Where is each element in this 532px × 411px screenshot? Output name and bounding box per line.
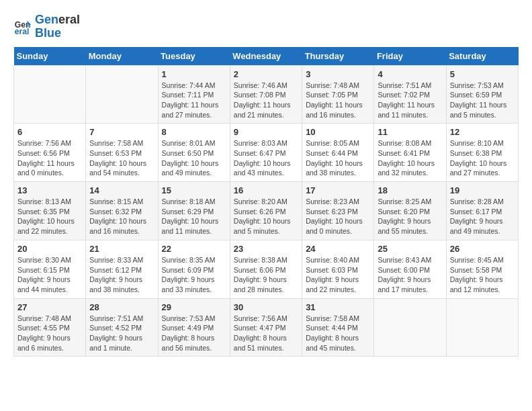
day-info: Sunrise: 7:46 AMSunset: 7:08 PMDaylight:… bbox=[234, 81, 298, 120]
weekday-header-tuesday: Tuesday bbox=[158, 47, 230, 66]
day-number: 4 bbox=[378, 69, 442, 79]
calendar-week-row: 6Sunrise: 7:56 AMSunset: 6:56 PMDaylight… bbox=[14, 124, 519, 182]
day-info: Sunrise: 7:51 AMSunset: 4:52 PMDaylight:… bbox=[89, 314, 154, 353]
day-number: 15 bbox=[162, 185, 226, 195]
calendar-cell: 4Sunrise: 7:51 AMSunset: 7:02 PMDaylight… bbox=[374, 65, 446, 124]
day-number: 31 bbox=[306, 302, 370, 312]
calendar-cell: 3Sunrise: 7:48 AMSunset: 7:05 PMDaylight… bbox=[302, 65, 374, 124]
day-info: Sunrise: 8:28 AMSunset: 6:17 PMDaylight:… bbox=[450, 197, 515, 236]
day-info: Sunrise: 8:03 AMSunset: 6:47 PMDaylight:… bbox=[234, 138, 298, 178]
day-number: 7 bbox=[89, 127, 154, 137]
day-number: 28 bbox=[89, 302, 154, 312]
day-number: 23 bbox=[234, 244, 298, 254]
day-info: Sunrise: 7:56 AMSunset: 4:47 PMDaylight:… bbox=[234, 314, 298, 353]
day-number: 25 bbox=[378, 244, 442, 254]
calendar-cell: 22Sunrise: 8:35 AMSunset: 6:09 PMDayligh… bbox=[158, 240, 230, 298]
calendar-week-row: 13Sunrise: 8:13 AMSunset: 6:35 PMDayligh… bbox=[14, 182, 519, 240]
day-number: 21 bbox=[89, 244, 154, 254]
day-info: Sunrise: 8:25 AMSunset: 6:20 PMDaylight:… bbox=[378, 197, 442, 236]
day-number: 6 bbox=[17, 127, 82, 137]
calendar-cell: 9Sunrise: 8:03 AMSunset: 6:47 PMDaylight… bbox=[230, 124, 302, 182]
day-info: Sunrise: 7:51 AMSunset: 7:02 PMDaylight:… bbox=[378, 81, 442, 120]
day-number: 17 bbox=[306, 185, 370, 195]
day-info: Sunrise: 8:35 AMSunset: 6:09 PMDaylight:… bbox=[162, 255, 226, 295]
calendar-cell: 28Sunrise: 7:51 AMSunset: 4:52 PMDayligh… bbox=[86, 298, 158, 357]
logo-icon: Gen eral bbox=[13, 17, 32, 36]
day-info: Sunrise: 8:38 AMSunset: 6:06 PMDaylight:… bbox=[234, 255, 298, 295]
calendar-cell: 8Sunrise: 8:01 AMSunset: 6:50 PMDaylight… bbox=[158, 124, 230, 182]
day-info: Sunrise: 8:23 AMSunset: 6:23 PMDaylight:… bbox=[306, 197, 370, 236]
day-info: Sunrise: 7:58 AMSunset: 4:44 PMDaylight:… bbox=[306, 314, 370, 353]
day-info: Sunrise: 8:15 AMSunset: 6:32 PMDaylight:… bbox=[89, 197, 154, 236]
day-info: Sunrise: 7:56 AMSunset: 6:56 PMDaylight:… bbox=[17, 138, 82, 178]
day-number: 3 bbox=[306, 69, 370, 79]
day-number: 8 bbox=[162, 127, 226, 137]
weekday-header-thursday: Thursday bbox=[302, 47, 374, 66]
day-number: 27 bbox=[17, 302, 82, 312]
calendar-cell: 6Sunrise: 7:56 AMSunset: 6:56 PMDaylight… bbox=[14, 124, 86, 182]
day-number: 1 bbox=[162, 69, 226, 79]
day-info: Sunrise: 7:53 AMSunset: 6:59 PMDaylight:… bbox=[450, 81, 515, 120]
day-number: 18 bbox=[378, 185, 442, 195]
day-info: Sunrise: 8:43 AMSunset: 6:00 PMDaylight:… bbox=[378, 255, 442, 295]
calendar-header: SundayMondayTuesdayWednesdayThursdayFrid… bbox=[14, 47, 519, 66]
day-info: Sunrise: 8:10 AMSunset: 6:38 PMDaylight:… bbox=[450, 138, 515, 178]
day-info: Sunrise: 8:20 AMSunset: 6:26 PMDaylight:… bbox=[234, 197, 298, 236]
calendar-cell: 24Sunrise: 8:40 AMSunset: 6:03 PMDayligh… bbox=[302, 240, 374, 298]
calendar-week-row: 27Sunrise: 7:48 AMSunset: 4:55 PMDayligh… bbox=[14, 298, 519, 357]
day-number: 16 bbox=[234, 185, 298, 195]
logo-text: General bbox=[35, 13, 80, 27]
calendar-week-row: 20Sunrise: 8:30 AMSunset: 6:15 PMDayligh… bbox=[14, 240, 519, 298]
calendar-cell bbox=[446, 298, 518, 357]
weekday-header-monday: Monday bbox=[86, 47, 158, 66]
day-number: 24 bbox=[306, 244, 370, 254]
day-number: 14 bbox=[89, 185, 154, 195]
day-number: 19 bbox=[450, 185, 515, 195]
calendar-cell: 11Sunrise: 8:08 AMSunset: 6:41 PMDayligh… bbox=[374, 124, 446, 182]
calendar-cell: 25Sunrise: 8:43 AMSunset: 6:00 PMDayligh… bbox=[374, 240, 446, 298]
calendar-body: 1Sunrise: 7:44 AMSunset: 7:11 PMDaylight… bbox=[14, 65, 519, 357]
day-info: Sunrise: 7:48 AMSunset: 4:55 PMDaylight:… bbox=[17, 314, 82, 353]
calendar-week-row: 1Sunrise: 7:44 AMSunset: 7:11 PMDaylight… bbox=[14, 65, 519, 124]
calendar-cell: 17Sunrise: 8:23 AMSunset: 6:23 PMDayligh… bbox=[302, 182, 374, 240]
day-info: Sunrise: 8:45 AMSunset: 5:58 PMDaylight:… bbox=[450, 255, 515, 295]
day-info: Sunrise: 7:44 AMSunset: 7:11 PMDaylight:… bbox=[162, 81, 226, 120]
page-header: Gen eral General Blue bbox=[13, 13, 519, 40]
day-number: 11 bbox=[378, 127, 442, 137]
day-info: Sunrise: 8:30 AMSunset: 6:15 PMDaylight:… bbox=[17, 255, 82, 295]
weekday-header-saturday: Saturday bbox=[446, 47, 518, 66]
day-number: 30 bbox=[234, 302, 298, 312]
weekday-header-row: SundayMondayTuesdayWednesdayThursdayFrid… bbox=[14, 47, 519, 66]
day-info: Sunrise: 7:53 AMSunset: 4:49 PMDaylight:… bbox=[162, 314, 226, 353]
day-number: 9 bbox=[234, 127, 298, 137]
calendar-cell bbox=[14, 65, 86, 124]
calendar-cell: 26Sunrise: 8:45 AMSunset: 5:58 PMDayligh… bbox=[446, 240, 518, 298]
calendar-cell: 14Sunrise: 8:15 AMSunset: 6:32 PMDayligh… bbox=[86, 182, 158, 240]
weekday-header-sunday: Sunday bbox=[14, 47, 86, 66]
day-info: Sunrise: 8:01 AMSunset: 6:50 PMDaylight:… bbox=[162, 138, 226, 178]
day-number: 29 bbox=[162, 302, 226, 312]
calendar-cell: 27Sunrise: 7:48 AMSunset: 4:55 PMDayligh… bbox=[14, 298, 86, 357]
calendar-cell: 29Sunrise: 7:53 AMSunset: 4:49 PMDayligh… bbox=[158, 298, 230, 357]
calendar-cell: 5Sunrise: 7:53 AMSunset: 6:59 PMDaylight… bbox=[446, 65, 518, 124]
calendar-cell: 21Sunrise: 8:33 AMSunset: 6:12 PMDayligh… bbox=[86, 240, 158, 298]
calendar-cell: 7Sunrise: 7:58 AMSunset: 6:53 PMDaylight… bbox=[86, 124, 158, 182]
day-number: 22 bbox=[162, 244, 226, 254]
day-info: Sunrise: 8:08 AMSunset: 6:41 PMDaylight:… bbox=[378, 138, 442, 178]
calendar-cell: 1Sunrise: 7:44 AMSunset: 7:11 PMDaylight… bbox=[158, 65, 230, 124]
calendar-cell: 20Sunrise: 8:30 AMSunset: 6:15 PMDayligh… bbox=[14, 240, 86, 298]
svg-text:eral: eral bbox=[15, 27, 30, 36]
logo: Gen eral General Blue bbox=[13, 13, 80, 40]
day-number: 2 bbox=[234, 69, 298, 79]
day-info: Sunrise: 8:13 AMSunset: 6:35 PMDaylight:… bbox=[17, 197, 82, 236]
calendar-table: SundayMondayTuesdayWednesdayThursdayFrid… bbox=[13, 47, 519, 357]
day-info: Sunrise: 7:58 AMSunset: 6:53 PMDaylight:… bbox=[89, 138, 154, 178]
calendar-cell bbox=[86, 65, 158, 124]
day-info: Sunrise: 7:48 AMSunset: 7:05 PMDaylight:… bbox=[306, 81, 370, 120]
calendar-cell: 12Sunrise: 8:10 AMSunset: 6:38 PMDayligh… bbox=[446, 124, 518, 182]
day-info: Sunrise: 8:05 AMSunset: 6:44 PMDaylight:… bbox=[306, 138, 370, 178]
logo-text2: Blue bbox=[35, 27, 80, 40]
day-number: 13 bbox=[17, 185, 82, 195]
weekday-header-friday: Friday bbox=[374, 47, 446, 66]
calendar-cell: 19Sunrise: 8:28 AMSunset: 6:17 PMDayligh… bbox=[446, 182, 518, 240]
